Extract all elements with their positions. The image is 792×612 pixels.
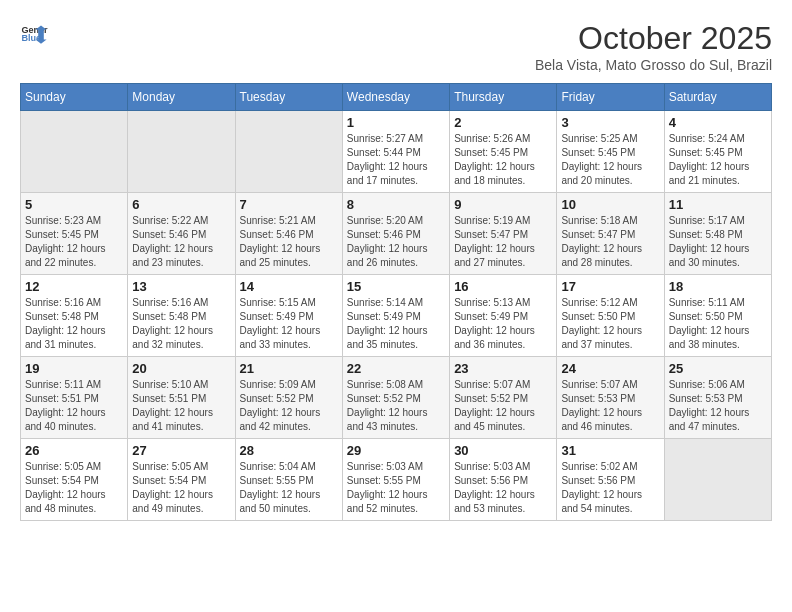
day-info: Sunrise: 5:18 AM Sunset: 5:47 PM Dayligh… [561, 214, 659, 270]
day-number: 28 [240, 443, 338, 458]
day-info: Sunrise: 5:24 AM Sunset: 5:45 PM Dayligh… [669, 132, 767, 188]
calendar-cell [664, 439, 771, 521]
day-number: 21 [240, 361, 338, 376]
week-row-4: 19Sunrise: 5:11 AM Sunset: 5:51 PM Dayli… [21, 357, 772, 439]
calendar-cell [21, 111, 128, 193]
logo-icon: General Blue [20, 20, 48, 48]
day-info: Sunrise: 5:26 AM Sunset: 5:45 PM Dayligh… [454, 132, 552, 188]
day-number: 7 [240, 197, 338, 212]
day-number: 30 [454, 443, 552, 458]
day-info: Sunrise: 5:25 AM Sunset: 5:45 PM Dayligh… [561, 132, 659, 188]
day-info: Sunrise: 5:11 AM Sunset: 5:50 PM Dayligh… [669, 296, 767, 352]
calendar-cell: 8Sunrise: 5:20 AM Sunset: 5:46 PM Daylig… [342, 193, 449, 275]
location-subtitle: Bela Vista, Mato Grosso do Sul, Brazil [535, 57, 772, 73]
calendar-cell: 18Sunrise: 5:11 AM Sunset: 5:50 PM Dayli… [664, 275, 771, 357]
day-number: 14 [240, 279, 338, 294]
day-number: 6 [132, 197, 230, 212]
calendar-cell: 16Sunrise: 5:13 AM Sunset: 5:49 PM Dayli… [450, 275, 557, 357]
day-info: Sunrise: 5:09 AM Sunset: 5:52 PM Dayligh… [240, 378, 338, 434]
day-number: 16 [454, 279, 552, 294]
day-info: Sunrise: 5:15 AM Sunset: 5:49 PM Dayligh… [240, 296, 338, 352]
day-info: Sunrise: 5:05 AM Sunset: 5:54 PM Dayligh… [25, 460, 123, 516]
calendar-cell: 10Sunrise: 5:18 AM Sunset: 5:47 PM Dayli… [557, 193, 664, 275]
calendar-cell: 20Sunrise: 5:10 AM Sunset: 5:51 PM Dayli… [128, 357, 235, 439]
calendar-cell: 30Sunrise: 5:03 AM Sunset: 5:56 PM Dayli… [450, 439, 557, 521]
day-number: 29 [347, 443, 445, 458]
day-info: Sunrise: 5:19 AM Sunset: 5:47 PM Dayligh… [454, 214, 552, 270]
calendar-cell: 17Sunrise: 5:12 AM Sunset: 5:50 PM Dayli… [557, 275, 664, 357]
day-number: 1 [347, 115, 445, 130]
calendar-cell: 24Sunrise: 5:07 AM Sunset: 5:53 PM Dayli… [557, 357, 664, 439]
day-header-monday: Monday [128, 84, 235, 111]
calendar-cell: 28Sunrise: 5:04 AM Sunset: 5:55 PM Dayli… [235, 439, 342, 521]
day-info: Sunrise: 5:02 AM Sunset: 5:56 PM Dayligh… [561, 460, 659, 516]
day-info: Sunrise: 5:23 AM Sunset: 5:45 PM Dayligh… [25, 214, 123, 270]
day-info: Sunrise: 5:10 AM Sunset: 5:51 PM Dayligh… [132, 378, 230, 434]
day-number: 24 [561, 361, 659, 376]
day-number: 11 [669, 197, 767, 212]
day-info: Sunrise: 5:12 AM Sunset: 5:50 PM Dayligh… [561, 296, 659, 352]
day-info: Sunrise: 5:03 AM Sunset: 5:55 PM Dayligh… [347, 460, 445, 516]
calendar-cell: 2Sunrise: 5:26 AM Sunset: 5:45 PM Daylig… [450, 111, 557, 193]
day-number: 23 [454, 361, 552, 376]
day-info: Sunrise: 5:05 AM Sunset: 5:54 PM Dayligh… [132, 460, 230, 516]
day-number: 17 [561, 279, 659, 294]
day-number: 19 [25, 361, 123, 376]
day-number: 3 [561, 115, 659, 130]
calendar-cell: 15Sunrise: 5:14 AM Sunset: 5:49 PM Dayli… [342, 275, 449, 357]
calendar-cell [128, 111, 235, 193]
calendar-cell: 22Sunrise: 5:08 AM Sunset: 5:52 PM Dayli… [342, 357, 449, 439]
day-info: Sunrise: 5:07 AM Sunset: 5:53 PM Dayligh… [561, 378, 659, 434]
day-number: 31 [561, 443, 659, 458]
day-info: Sunrise: 5:08 AM Sunset: 5:52 PM Dayligh… [347, 378, 445, 434]
calendar-cell: 27Sunrise: 5:05 AM Sunset: 5:54 PM Dayli… [128, 439, 235, 521]
calendar-cell: 26Sunrise: 5:05 AM Sunset: 5:54 PM Dayli… [21, 439, 128, 521]
header-row: SundayMondayTuesdayWednesdayThursdayFrid… [21, 84, 772, 111]
day-number: 27 [132, 443, 230, 458]
day-number: 4 [669, 115, 767, 130]
calendar-cell: 1Sunrise: 5:27 AM Sunset: 5:44 PM Daylig… [342, 111, 449, 193]
day-number: 5 [25, 197, 123, 212]
day-info: Sunrise: 5:04 AM Sunset: 5:55 PM Dayligh… [240, 460, 338, 516]
calendar-cell [235, 111, 342, 193]
week-row-1: 1Sunrise: 5:27 AM Sunset: 5:44 PM Daylig… [21, 111, 772, 193]
calendar-cell: 11Sunrise: 5:17 AM Sunset: 5:48 PM Dayli… [664, 193, 771, 275]
calendar-cell: 23Sunrise: 5:07 AM Sunset: 5:52 PM Dayli… [450, 357, 557, 439]
day-info: Sunrise: 5:20 AM Sunset: 5:46 PM Dayligh… [347, 214, 445, 270]
calendar-cell: 19Sunrise: 5:11 AM Sunset: 5:51 PM Dayli… [21, 357, 128, 439]
week-row-5: 26Sunrise: 5:05 AM Sunset: 5:54 PM Dayli… [21, 439, 772, 521]
day-info: Sunrise: 5:16 AM Sunset: 5:48 PM Dayligh… [132, 296, 230, 352]
day-number: 13 [132, 279, 230, 294]
day-info: Sunrise: 5:16 AM Sunset: 5:48 PM Dayligh… [25, 296, 123, 352]
day-number: 22 [347, 361, 445, 376]
day-header-tuesday: Tuesday [235, 84, 342, 111]
logo: General Blue [20, 20, 48, 48]
day-info: Sunrise: 5:14 AM Sunset: 5:49 PM Dayligh… [347, 296, 445, 352]
calendar-cell: 4Sunrise: 5:24 AM Sunset: 5:45 PM Daylig… [664, 111, 771, 193]
header: General Blue October 2025 Bela Vista, Ma… [20, 20, 772, 73]
week-row-3: 12Sunrise: 5:16 AM Sunset: 5:48 PM Dayli… [21, 275, 772, 357]
title-section: October 2025 Bela Vista, Mato Grosso do … [535, 20, 772, 73]
day-number: 20 [132, 361, 230, 376]
day-number: 8 [347, 197, 445, 212]
day-info: Sunrise: 5:27 AM Sunset: 5:44 PM Dayligh… [347, 132, 445, 188]
day-info: Sunrise: 5:22 AM Sunset: 5:46 PM Dayligh… [132, 214, 230, 270]
day-number: 25 [669, 361, 767, 376]
calendar-cell: 31Sunrise: 5:02 AM Sunset: 5:56 PM Dayli… [557, 439, 664, 521]
calendar-cell: 14Sunrise: 5:15 AM Sunset: 5:49 PM Dayli… [235, 275, 342, 357]
day-header-wednesday: Wednesday [342, 84, 449, 111]
calendar-cell: 6Sunrise: 5:22 AM Sunset: 5:46 PM Daylig… [128, 193, 235, 275]
day-info: Sunrise: 5:03 AM Sunset: 5:56 PM Dayligh… [454, 460, 552, 516]
month-title: October 2025 [535, 20, 772, 57]
day-number: 10 [561, 197, 659, 212]
calendar-cell: 7Sunrise: 5:21 AM Sunset: 5:46 PM Daylig… [235, 193, 342, 275]
calendar-cell: 13Sunrise: 5:16 AM Sunset: 5:48 PM Dayli… [128, 275, 235, 357]
day-info: Sunrise: 5:13 AM Sunset: 5:49 PM Dayligh… [454, 296, 552, 352]
day-number: 12 [25, 279, 123, 294]
calendar-cell: 3Sunrise: 5:25 AM Sunset: 5:45 PM Daylig… [557, 111, 664, 193]
day-number: 15 [347, 279, 445, 294]
day-header-thursday: Thursday [450, 84, 557, 111]
calendar-cell: 25Sunrise: 5:06 AM Sunset: 5:53 PM Dayli… [664, 357, 771, 439]
day-info: Sunrise: 5:21 AM Sunset: 5:46 PM Dayligh… [240, 214, 338, 270]
calendar-cell: 12Sunrise: 5:16 AM Sunset: 5:48 PM Dayli… [21, 275, 128, 357]
